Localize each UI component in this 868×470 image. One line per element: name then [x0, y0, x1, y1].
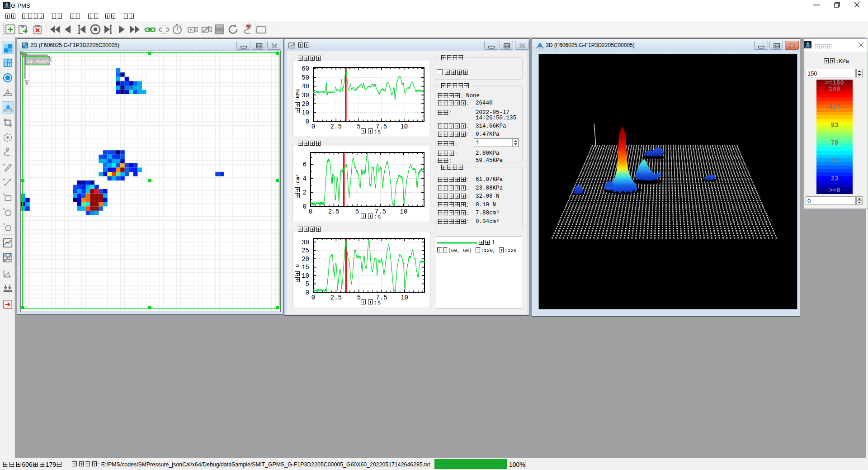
svg-text:0: 0 — [303, 203, 307, 210]
svg-text:6: 6 — [303, 161, 307, 168]
svg-text:30: 30 — [302, 92, 309, 99]
svg-text:59.45KPa: 59.45KPa — [27, 59, 52, 64]
svg-text:0: 0 — [311, 123, 315, 130]
svg-text:5: 5 — [306, 280, 309, 288]
svg-text:3: 3 — [9, 63, 10, 66]
svg-text:5: 5 — [357, 123, 360, 130]
svg-text:0: 0 — [309, 208, 312, 215]
svg-text:10: 10 — [400, 208, 407, 215]
svg-text:5: 5 — [357, 294, 361, 301]
svg-text:30: 30 — [302, 239, 309, 246]
svg-text:15: 15 — [302, 264, 309, 271]
svg-text:>=0: >=0 — [829, 187, 840, 194]
svg-text:10: 10 — [302, 109, 309, 116]
svg-text:25: 25 — [302, 247, 309, 254]
svg-text:2.5: 2.5 — [330, 294, 342, 301]
svg-text:2: 2 — [303, 189, 307, 196]
svg-text:0: 0 — [306, 289, 309, 296]
svg-text:0: 0 — [306, 118, 309, 125]
svg-text:2: 2 — [5, 59, 7, 62]
svg-text:140: 140 — [829, 85, 840, 93]
svg-text:20: 20 — [302, 256, 309, 263]
svg-text:46: 46 — [831, 157, 839, 165]
svg-text:50: 50 — [302, 74, 309, 81]
svg-text:2.5: 2.5 — [330, 123, 342, 130]
svg-text:93: 93 — [831, 122, 839, 129]
svg-text:23: 23 — [831, 175, 839, 182]
svg-text:20: 20 — [302, 100, 309, 108]
svg-text:Y: Y — [24, 79, 29, 86]
svg-text:10: 10 — [400, 123, 408, 130]
svg-text:60: 60 — [302, 65, 309, 72]
svg-text:4: 4 — [303, 175, 307, 182]
svg-text:5: 5 — [5, 63, 7, 66]
svg-text:40: 40 — [302, 83, 309, 90]
svg-text:5: 5 — [355, 208, 359, 215]
svg-text:4: 4 — [9, 59, 10, 62]
svg-text:10: 10 — [302, 272, 309, 280]
svg-text:2.5: 2.5 — [328, 208, 340, 215]
svg-text:70: 70 — [831, 139, 839, 147]
svg-text:0: 0 — [311, 294, 315, 301]
svg-text:117: 117 — [829, 104, 840, 111]
svg-text:10: 10 — [401, 294, 408, 301]
